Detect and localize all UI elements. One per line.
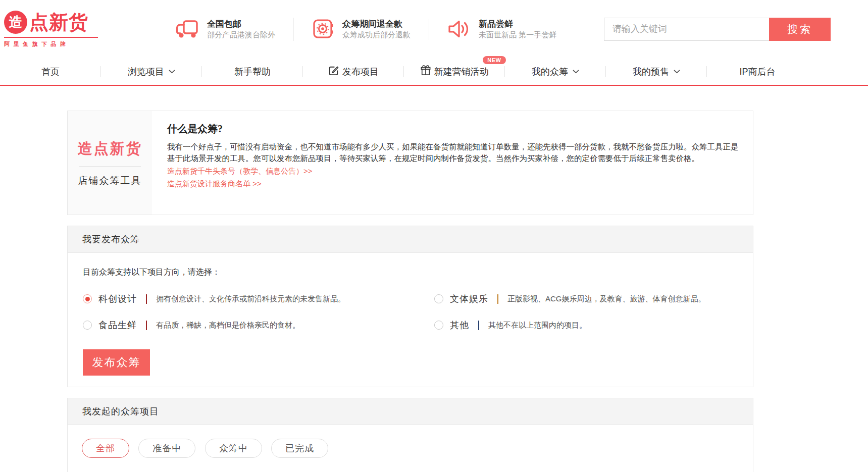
safe-icon — [312, 18, 335, 41]
edit-icon — [328, 65, 339, 78]
nav-item-ip-merchant-backend[interactable]: IP商后台 — [707, 58, 808, 85]
feature-refund: 众筹期间退全款 众筹成功后部分退款 — [293, 18, 429, 41]
option-divider — [146, 294, 147, 304]
intro-brand-panel: 造点新货 店铺众筹工具 — [68, 111, 152, 215]
brand-logo-rule — [4, 37, 98, 38]
new-badge: NEW — [483, 56, 505, 64]
intro-brand-subtitle: 店铺众筹工具 — [78, 174, 142, 187]
my-projects-card: 我发起的众筹项目 全部 准备中 众筹中 已完成 — [67, 398, 753, 472]
filter-crowdfunding[interactable]: 众筹中 — [205, 439, 262, 458]
main-content: 造点新货 店铺众筹工具 什么是众筹? 我有一个好点子，可惜没有启动资金，也不知道… — [67, 111, 753, 472]
option-description: 其他不在以上范围内的项目。 — [488, 321, 587, 330]
brand-logo[interactable]: 造 点新货 阿里鱼旗下品牌 — [4, 11, 98, 48]
qianniu-headline-link[interactable]: 造点新货千牛头条号（教学、信息公告）>> — [167, 165, 741, 177]
intro-brand-title: 造点新货 — [78, 139, 142, 159]
search-input[interactable] — [604, 18, 769, 41]
brand-logo-lockup: 造 点新货 — [4, 11, 98, 34]
option-divider — [497, 294, 498, 304]
option-divider — [146, 321, 147, 330]
gift-icon — [421, 65, 431, 78]
search-box: 搜索 — [604, 18, 831, 41]
category-options: 科创设计 拥有创意设计、文化传承或前沿科技元素的未发售新品。 文体娱乐 正版影视… — [83, 293, 738, 331]
brand-logo-mark: 造 — [4, 11, 27, 34]
chevron-down-icon — [674, 70, 680, 74]
nav-item-browse-projects[interactable]: 浏览项目 — [101, 58, 202, 85]
feature-text: 新品尝鲜 未面世新品 第一手尝鲜 — [479, 19, 556, 40]
category-option-other[interactable]: 其他 其他不在以上范围内的项目。 — [434, 319, 738, 331]
feature-title: 新品尝鲜 — [479, 19, 556, 30]
publish-crowdfunding-button[interactable]: 发布众筹 — [83, 349, 150, 376]
option-label[interactable]: 其他 — [450, 319, 469, 331]
nav-label: 我的众筹 — [532, 66, 568, 78]
feature-text: 全国包邮 部分产品港澳台除外 — [207, 19, 275, 40]
radio-unselected-icon[interactable] — [83, 321, 92, 330]
publish-section-header: 我要发布众筹 — [68, 226, 753, 253]
nav-item-publish-project[interactable]: 发布项目 — [303, 58, 404, 85]
publish-crowdfunding-card: 我要发布众筹 目前众筹支持以下项目方向，请选择： 科创设计 拥有创意设计、文化传… — [67, 226, 753, 387]
my-projects-header: 我发起的众筹项目 — [68, 398, 753, 425]
option-divider — [478, 321, 479, 330]
option-description: 正版影视、ACG娱乐周边，及教育、旅游、体育创意新品。 — [507, 294, 706, 304]
feature-subtitle: 未面世新品 第一手尝鲜 — [479, 30, 556, 40]
option-label[interactable]: 科创设计 — [98, 293, 137, 305]
feature-subtitle: 众筹成功后部分退款 — [342, 30, 411, 40]
category-prompt: 目前众筹支持以下项目方向，请选择： — [83, 267, 738, 278]
nav-list: 首页 浏览项目 新手帮助 发布项目 — [0, 58, 808, 85]
chevron-down-icon — [573, 70, 579, 74]
filter-all[interactable]: 全部 — [82, 439, 129, 458]
main-nav: 首页 浏览项目 新手帮助 发布项目 — [0, 58, 868, 86]
speaker-icon — [447, 19, 472, 40]
nav-label: 新手帮助 — [234, 66, 271, 78]
option-label[interactable]: 文体娱乐 — [450, 293, 488, 305]
nav-item-my-crowdfunding[interactable]: 我的众筹 — [505, 58, 606, 85]
category-option-culture-entertainment[interactable]: 文体娱乐 正版影视、ACG娱乐周边，及教育、旅游、体育创意新品。 — [434, 293, 738, 305]
nav-label: IP商后台 — [739, 66, 775, 78]
nav-item-beginner-help[interactable]: 新手帮助 — [202, 58, 303, 85]
filter-completed[interactable]: 已完成 — [271, 439, 328, 458]
brand-tagline: 阿里鱼旗下品牌 — [4, 40, 98, 48]
nav-label: 发布项目 — [342, 66, 379, 78]
feature-title: 全国包邮 — [207, 19, 275, 30]
feature-new-product: 新品尝鲜 未面世新品 第一手尝鲜 — [429, 19, 575, 40]
brand-logo-text: 点新货 — [29, 13, 88, 32]
page-header: 造 点新货 阿里鱼旗下品牌 全国包邮 部分产品港澳台除外 — [0, 0, 868, 58]
design-service-providers-link[interactable]: 造点新货设计服务商名单 >> — [167, 178, 741, 189]
publish-section-body: 目前众筹支持以下项目方向，请选择： 科创设计 拥有创意设计、文化传承或前沿科技元… — [68, 253, 753, 387]
category-option-tech-design[interactable]: 科创设计 拥有创意设计、文化传承或前沿科技元素的未发售新品。 — [83, 293, 434, 305]
intro-paragraph: 我有一个好点子，可惜没有启动资金，也不知道市场能有多少人买，如果能在备货前就能知… — [167, 141, 741, 164]
search-button[interactable]: 搜索 — [769, 18, 831, 41]
option-description: 拥有创意设计、文化传承或前沿科技元素的未发售新品。 — [156, 294, 345, 304]
nav-item-my-presale[interactable]: 我的预售 — [606, 58, 707, 85]
feature-text: 众筹期间退全款 众筹成功后部分退款 — [342, 19, 411, 40]
feature-free-shipping: 全国包邮 部分产品港澳台除外 — [158, 19, 293, 40]
radio-unselected-icon[interactable] — [434, 321, 443, 330]
feature-title: 众筹期间退全款 — [342, 19, 411, 30]
feature-subtitle: 部分产品港澳台除外 — [207, 30, 275, 40]
header-feature-badges: 全国包邮 部分产品港澳台除外 众筹期间退全款 众筹成功后部分退款 — [158, 18, 575, 41]
nav-item-home[interactable]: 首页 — [0, 58, 101, 85]
category-option-food-fresh[interactable]: 食品生鲜 有品质，稀缺，高档但是价格亲民的食材。 — [83, 319, 434, 331]
option-description: 有品质，稀缺，高档但是价格亲民的食材。 — [156, 321, 300, 330]
intro-title: 什么是众筹? — [167, 122, 741, 136]
radio-unselected-icon[interactable] — [434, 294, 443, 303]
chevron-down-icon — [169, 70, 175, 74]
intro-brand-divider — [79, 166, 141, 167]
nav-label: 浏览项目 — [128, 66, 164, 78]
intro-description-panel: 什么是众筹? 我有一个好点子，可惜没有启动资金，也不知道市场能有多少人买，如果能… — [152, 111, 753, 215]
truck-icon — [176, 19, 200, 39]
filter-preparing[interactable]: 准备中 — [138, 439, 195, 458]
nav-label: 我的预售 — [633, 66, 669, 78]
nav-label: 首页 — [41, 66, 60, 78]
my-projects-body: 全部 准备中 众筹中 已完成 — [68, 425, 753, 472]
option-label[interactable]: 食品生鲜 — [98, 319, 137, 331]
radio-selected-icon[interactable] — [83, 294, 92, 303]
nav-label: 新建营销活动 — [434, 66, 489, 78]
nav-item-new-marketing-campaign[interactable]: 新建营销活动 NEW — [404, 58, 505, 85]
intro-card: 造点新货 店铺众筹工具 什么是众筹? 我有一个好点子，可惜没有启动资金，也不知道… — [67, 111, 753, 215]
